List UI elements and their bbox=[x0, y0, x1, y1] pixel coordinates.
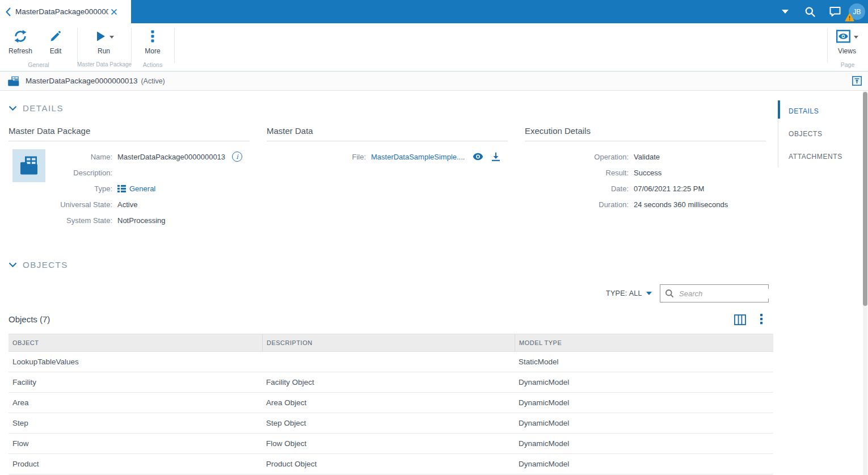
search-icon[interactable] bbox=[798, 0, 823, 23]
field-label: File: bbox=[267, 153, 366, 161]
cell-description: Product Object bbox=[262, 454, 515, 474]
chevron-down-icon[interactable] bbox=[773, 0, 798, 23]
cell-model-type: DynamicModel bbox=[515, 454, 773, 474]
column-header-object[interactable]: OBJECT bbox=[9, 334, 262, 351]
field-label: Date: bbox=[525, 184, 629, 193]
run-button[interactable]: Run bbox=[85, 28, 123, 55]
column-header-description[interactable]: DESCRIPTION bbox=[262, 334, 515, 351]
details-section-label: DETAILS bbox=[23, 103, 64, 113]
status-badge: (Active) bbox=[141, 77, 165, 85]
toolbar-group-master-data-package: Master Data Package bbox=[77, 61, 131, 68]
sidebar-item-objects[interactable]: OBJECTS bbox=[778, 123, 849, 145]
cell-model-type: DynamicModel bbox=[515, 393, 773, 413]
cell-description: Flow Object bbox=[262, 434, 515, 453]
sidebar-item-details[interactable]: DETAILS bbox=[778, 100, 849, 123]
avatar[interactable]: JB bbox=[849, 3, 865, 20]
edit-button-label: Edit bbox=[40, 47, 71, 55]
application-window: JB MasterDataPackage0000000013 bbox=[0, 0, 868, 475]
table-row[interactable]: Facility Facility Object DynamicModel bbox=[9, 372, 773, 393]
field-label: Result: bbox=[525, 169, 629, 177]
chevron-down-icon bbox=[646, 292, 652, 295]
table-row[interactable]: Step Step Object DynamicModel bbox=[9, 413, 773, 434]
edit-button[interactable]: Edit bbox=[40, 28, 71, 55]
toolbar-group-actions: Actions bbox=[131, 61, 174, 68]
toolbar-separator bbox=[77, 28, 78, 63]
views-button[interactable]: Views bbox=[829, 28, 865, 55]
cell-description: Facility Object bbox=[262, 372, 515, 392]
table-row[interactable]: LookupTableValues StaticModel bbox=[9, 352, 773, 372]
toolbar: Refresh Edit Run More bbox=[0, 23, 868, 72]
tab-title: MasterDataPackage0000000013 bbox=[15, 7, 108, 16]
more-button[interactable]: More bbox=[137, 28, 168, 55]
cell-object: LookupTableValues bbox=[9, 352, 262, 372]
column-settings-icon[interactable] bbox=[734, 314, 746, 325]
field-type: Type: General bbox=[9, 180, 250, 196]
top-bar: JB MasterDataPackage0000000013 bbox=[0, 0, 868, 23]
cell-object: Facility bbox=[9, 372, 262, 392]
cell-description bbox=[262, 352, 515, 372]
run-button-label: Run bbox=[85, 47, 123, 55]
column-header-model-type[interactable]: MODEL TYPE bbox=[515, 334, 773, 351]
field-label: Universal State: bbox=[9, 200, 112, 209]
objects-section-toggle[interactable]: OBJECTS bbox=[9, 260, 68, 270]
cell-description: Area Object bbox=[262, 393, 515, 413]
field-label: Operation: bbox=[525, 153, 629, 161]
sidebar-item-label: OBJECTS bbox=[789, 130, 823, 138]
toolbar-separator bbox=[174, 28, 175, 63]
field-system-state: System State: NotProcessing bbox=[9, 212, 250, 228]
field-operation: Operation: Validate bbox=[525, 149, 766, 165]
chevron-down-icon bbox=[9, 106, 17, 111]
table-row[interactable]: Area Area Object DynamicModel bbox=[9, 393, 773, 413]
warning-icon bbox=[845, 13, 854, 22]
field-value: MasterDataPackage0000000013 bbox=[117, 153, 225, 161]
objects-section-label: OBJECTS bbox=[23, 260, 68, 270]
more-icon bbox=[137, 28, 168, 45]
record-tab[interactable]: MasterDataPackage0000000013 bbox=[0, 0, 131, 23]
field-date: Date: 07/06/2021 12:25 PM bbox=[525, 180, 766, 196]
field-value: NotProcessing bbox=[117, 216, 166, 225]
page-title: MasterDataPackage0000000013 bbox=[26, 77, 137, 85]
views-icon bbox=[829, 28, 865, 45]
file-link[interactable]: MasterDataSampleSimple.... bbox=[371, 153, 465, 161]
topbar-actions: JB bbox=[773, 0, 868, 23]
master-data-package-icon bbox=[8, 76, 19, 86]
table-row[interactable]: Product Product Object DynamicModel bbox=[9, 454, 773, 474]
scrollbar[interactable] bbox=[863, 91, 867, 475]
preview-icon[interactable] bbox=[473, 153, 483, 161]
cell-model-type: DynamicModel bbox=[515, 413, 773, 433]
field-file: File: MasterDataSampleSimple.... bbox=[267, 149, 508, 165]
download-icon[interactable] bbox=[491, 152, 500, 161]
refresh-button-label: Refresh bbox=[5, 47, 36, 55]
more-options-icon[interactable] bbox=[760, 314, 763, 325]
refresh-icon bbox=[5, 28, 36, 45]
section-nav: DETAILS OBJECTS ATTACHMENTS bbox=[778, 100, 849, 168]
cell-model-type: DynamicModel bbox=[515, 372, 773, 392]
chevron-down-icon bbox=[9, 262, 17, 267]
search-input[interactable] bbox=[678, 289, 780, 299]
edit-icon bbox=[40, 28, 71, 45]
type-filter-label: TYPE: ALL bbox=[606, 289, 642, 297]
chevron-down-icon bbox=[109, 36, 114, 39]
details-section-toggle[interactable]: DETAILS bbox=[9, 103, 64, 113]
cell-object: Step bbox=[9, 413, 262, 433]
field-value: Active bbox=[117, 200, 137, 209]
objects-table: OBJECT DESCRIPTION MODEL TYPE LookupTabl… bbox=[9, 334, 773, 474]
close-icon[interactable] bbox=[111, 9, 117, 15]
run-icon bbox=[85, 28, 123, 45]
collapse-header-icon[interactable] bbox=[852, 76, 862, 86]
scrollbar-thumb[interactable] bbox=[863, 92, 867, 306]
field-duration: Duration: 24 seconds 360 milliseconds bbox=[525, 196, 766, 212]
field-label: Type: bbox=[9, 184, 112, 193]
info-icon[interactable] bbox=[232, 152, 242, 162]
back-icon[interactable] bbox=[6, 7, 11, 16]
table-row[interactable]: Flow Flow Object DynamicModel bbox=[9, 434, 773, 454]
package-image bbox=[12, 149, 45, 182]
panel-title-execution-details: Execution Details bbox=[525, 126, 766, 141]
type-link[interactable]: General bbox=[129, 184, 155, 193]
refresh-button[interactable]: Refresh bbox=[5, 28, 36, 55]
toolbar-group-page: Page bbox=[827, 61, 868, 68]
type-filter-dropdown[interactable]: TYPE: ALL bbox=[606, 289, 652, 297]
sidebar-item-attachments[interactable]: ATTACHMENTS bbox=[778, 145, 849, 168]
sidebar-item-label: DETAILS bbox=[789, 107, 819, 115]
chat-icon[interactable] bbox=[823, 0, 848, 23]
